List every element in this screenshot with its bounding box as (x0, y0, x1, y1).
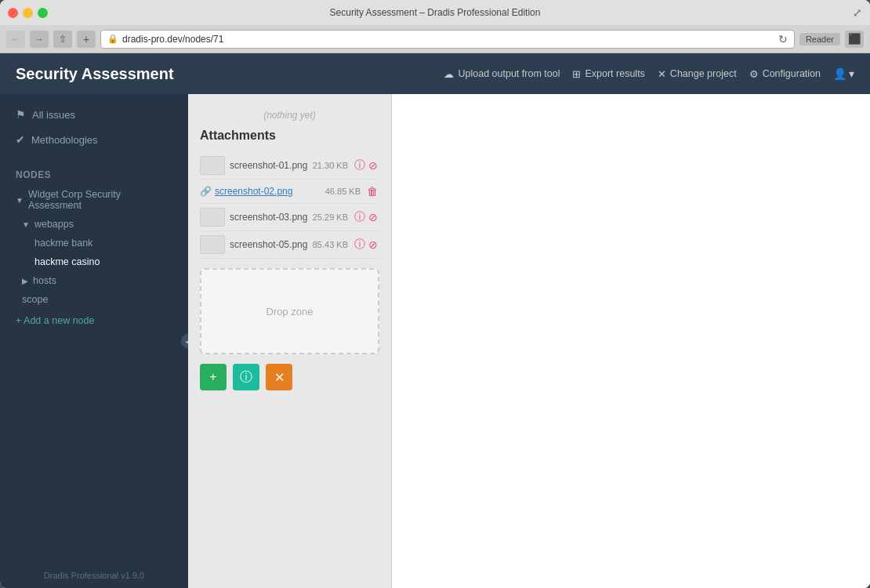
tree-webapps[interactable]: webapps (0, 215, 188, 234)
minimize-button[interactable] (23, 8, 33, 18)
check-icon: ✔ (16, 133, 25, 146)
change-project-icon: ✕ (658, 68, 666, 80)
url-security-icon: 🔒 (107, 34, 118, 44)
reload-button[interactable]: ↻ (778, 33, 788, 45)
app-brand: Security Assessment (16, 65, 444, 83)
top-navigation: Security Assessment ☁ Upload output from… (0, 53, 870, 94)
link-icon: 🔗 (200, 186, 212, 197)
new-tab-button[interactable]: + (77, 31, 96, 48)
attachment-row: screenshot-01.png 21.30 KB ⓘ ⊘ (200, 152, 379, 180)
info-attachment-button[interactable]: ⓘ (233, 364, 259, 390)
url-bar: 🔒 ↻ (100, 30, 795, 49)
attachment-ban-button[interactable]: ⊘ (367, 209, 379, 225)
app-container: Security Assessment ☁ Upload output from… (0, 53, 870, 588)
drop-zone[interactable]: Drop zone (200, 268, 379, 354)
nothing-yet-label: (nothing yet) (200, 102, 379, 129)
main-content: ⚑ All issues ✔ Methodologies Nodes Widge… (0, 94, 870, 588)
attachment-thumb (200, 156, 225, 175)
attachments-panel: (nothing yet) Attachments screenshot-01.… (188, 94, 392, 588)
attachment-size: 21.30 KB (313, 161, 348, 170)
sidebar-footer: Dradis Professional v1.9.0 (0, 571, 188, 580)
extensions-button[interactable]: ⬛ (845, 31, 864, 48)
window-title: Security Assessment – Dradis Professiona… (330, 7, 541, 18)
attachment-info-button[interactable]: ⓘ (353, 209, 367, 226)
attachment-ban-button[interactable]: ⊘ (367, 158, 379, 173)
attachment-thumb (200, 235, 225, 254)
attachment-delete-button[interactable]: 🗑 (365, 183, 379, 199)
right-panel (392, 94, 870, 588)
forward-button[interactable]: → (30, 31, 49, 48)
attachment-row: screenshot-05.png 85.43 KB ⓘ ⊘ (200, 231, 379, 259)
sidebar-nodes-section: Nodes Widget Corp Security Assessment we… (0, 160, 188, 309)
export-button[interactable]: ⊞ Export results (572, 68, 644, 80)
user-icon: 👤 (833, 67, 846, 80)
reader-button[interactable]: Reader (799, 33, 840, 45)
attachment-row: screenshot-03.png 25.29 KB ⓘ ⊘ (200, 204, 379, 231)
add-attachment-button[interactable]: + (200, 364, 227, 390)
attachment-row: 🔗 screenshot-02.png 46.85 KB 🗑 (200, 180, 379, 204)
attachment-size: 46.85 KB (325, 187, 361, 196)
user-menu-button[interactable]: 👤 ▾ (833, 67, 854, 80)
dropzone-label: Drop zone (266, 306, 314, 318)
sidebar-item-all-issues[interactable]: ⚑ All issues (0, 102, 188, 127)
nav-actions: ☁ Upload output from tool ⊞ Export resul… (444, 67, 854, 80)
tree-arrow-hosts (22, 277, 28, 285)
sidebar-collapse-handle[interactable]: ◀ (180, 333, 188, 349)
attachment-ban-button[interactable]: ⊘ (367, 237, 379, 252)
cancel-attachment-button[interactable]: ✕ (266, 364, 292, 390)
attachment-name: screenshot-03.png (230, 212, 308, 223)
action-buttons: + ⓘ ✕ (200, 364, 379, 390)
gear-icon: ⚙ (749, 68, 759, 80)
export-icon: ⊞ (572, 68, 581, 80)
attachment-thumb (200, 208, 225, 227)
add-node-button[interactable]: + Add a new node (0, 309, 188, 332)
maximize-button[interactable] (38, 8, 48, 18)
content-area: (nothing yet) Attachments screenshot-01.… (188, 94, 870, 588)
attachments-title: Attachments (200, 129, 379, 143)
configuration-button[interactable]: ⚙ Configuration (749, 68, 821, 80)
url-input[interactable] (122, 34, 775, 45)
share-button[interactable]: ⇧ (53, 31, 72, 48)
issues-icon: ⚑ (16, 108, 26, 121)
tree-hackme-casino[interactable]: hackme casino (0, 252, 188, 271)
attachment-name: screenshot-01.png (230, 160, 308, 171)
tree-hackme-bank[interactable]: hackme bank (0, 234, 188, 252)
sidebar-item-methodologies[interactable]: ✔ Methodologies (0, 127, 188, 152)
tree-arrow-root (16, 196, 24, 205)
nodes-section-title: Nodes (0, 160, 188, 185)
upload-icon: ☁ (444, 68, 454, 80)
sidebar: ⚑ All issues ✔ Methodologies Nodes Widge… (0, 94, 188, 588)
back-button[interactable]: ← (6, 31, 25, 48)
tree-root[interactable]: Widget Corp Security Assessment (0, 185, 188, 215)
attachment-size: 25.29 KB (313, 212, 348, 222)
chevron-down-icon: ▾ (849, 67, 854, 80)
browser-bar: ← → ⇧ + 🔒 ↻ Reader ⬛ (0, 25, 870, 53)
tree-hosts[interactable]: hosts (0, 271, 188, 290)
attachment-info-button[interactable]: ⓘ (353, 157, 367, 174)
tree-scope[interactable]: scope (0, 290, 188, 309)
attachment-name: screenshot-05.png (230, 239, 308, 250)
upload-button[interactable]: ☁ Upload output from tool (444, 68, 560, 80)
sidebar-nav-section: ⚑ All issues ✔ Methodologies (0, 94, 188, 160)
titlebar: Security Assessment – Dradis Professiona… (0, 0, 870, 25)
expand-icon: ⤢ (853, 6, 862, 19)
app-window: Security Assessment – Dradis Professiona… (0, 0, 870, 588)
attachment-info-button[interactable]: ⓘ (353, 236, 367, 253)
change-project-button[interactable]: ✕ Change project (658, 68, 737, 80)
attachment-size: 85.43 KB (313, 240, 348, 249)
window-controls (8, 8, 48, 18)
tree-arrow-webapps (22, 220, 30, 229)
collapse-icon: ◀ (185, 337, 188, 346)
close-button[interactable] (8, 8, 18, 18)
attachment-name: screenshot-02.png (215, 186, 321, 197)
